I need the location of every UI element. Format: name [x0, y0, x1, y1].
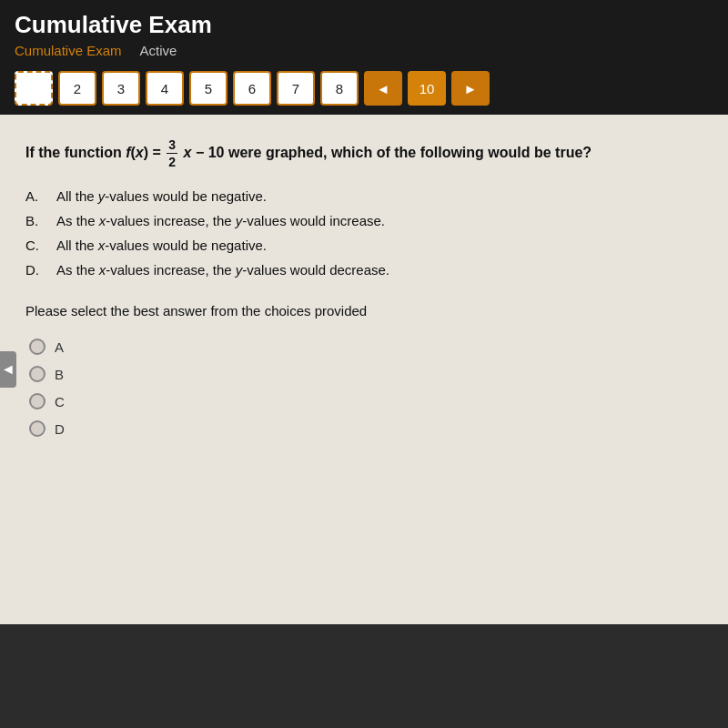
- radio-circle-a[interactable]: [29, 339, 46, 355]
- radio-label-d: D: [55, 421, 65, 437]
- header-section: Cumulative Exam Cumulative Exam Active: [0, 0, 728, 64]
- nav-btn-back[interactable]: ◄: [364, 71, 402, 106]
- fraction: 3 2: [167, 136, 177, 170]
- choice-d: D. As the x-values increase, the y-value…: [25, 262, 703, 278]
- breadcrumb-link[interactable]: Cumulative Exam: [15, 43, 122, 58]
- question-text: If the function f(x) = 3 2 x − 10 were g…: [25, 136, 703, 170]
- radio-circle-b[interactable]: [29, 366, 46, 382]
- nav-btn-first[interactable]: [15, 71, 53, 106]
- page-title: Cumulative Exam: [15, 11, 713, 39]
- status-badge: Active: [140, 43, 177, 58]
- radio-circle-c[interactable]: [29, 393, 46, 410]
- radio-label-b: B: [55, 367, 64, 382]
- choice-c: C. All the x-values would be negative.: [25, 238, 703, 253]
- nav-btn-5[interactable]: 5: [189, 71, 228, 106]
- nav-btn-3[interactable]: 3: [102, 71, 140, 106]
- nav-btn-8[interactable]: 8: [320, 71, 359, 106]
- choices-list: A. All the y-values would be negative. B…: [25, 188, 703, 278]
- choice-b: B. As the x-values increase, the y-value…: [25, 213, 703, 228]
- select-prompt: Please select the best answer from the c…: [25, 303, 703, 318]
- radio-option-b[interactable]: B: [29, 366, 703, 382]
- radio-option-c[interactable]: C: [29, 393, 703, 410]
- question-area: ◄ If the function f(x) = 3 2 x − 10 were…: [0, 115, 728, 624]
- choice-a: A. All the y-values would be negative.: [25, 188, 703, 204]
- radio-circle-d[interactable]: [29, 420, 46, 437]
- nav-btn-4[interactable]: 4: [146, 71, 184, 106]
- radio-options: A B C D: [25, 339, 703, 437]
- nav-btn-6[interactable]: 6: [233, 71, 271, 106]
- radio-label-c: C: [55, 394, 65, 410]
- radio-option-a[interactable]: A: [29, 339, 703, 355]
- radio-label-a: A: [55, 339, 64, 355]
- nav-btn-7[interactable]: 7: [277, 71, 315, 106]
- nav-btn-2[interactable]: 2: [58, 71, 96, 106]
- radio-option-d[interactable]: D: [29, 420, 703, 437]
- nav-btn-10[interactable]: 10: [408, 71, 446, 106]
- nav-bar: 2 3 4 5 6 7 8 ◄ 10 ►: [0, 64, 728, 115]
- nav-btn-forward[interactable]: ►: [451, 71, 490, 106]
- left-nav-tab[interactable]: ◄: [0, 351, 16, 388]
